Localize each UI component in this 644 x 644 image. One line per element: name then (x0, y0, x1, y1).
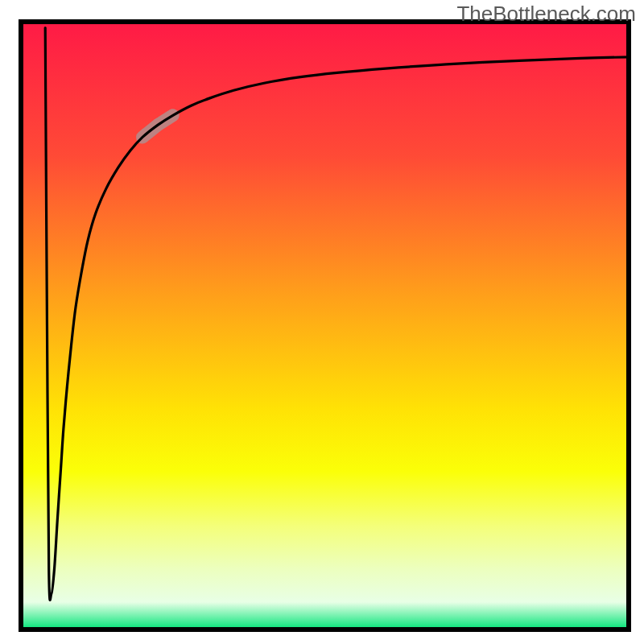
bottleneck-chart (0, 0, 644, 644)
gradient-background (21, 22, 629, 630)
chart-container: TheBottleneck.com (0, 0, 644, 644)
watermark-text: TheBottleneck.com (456, 2, 636, 27)
